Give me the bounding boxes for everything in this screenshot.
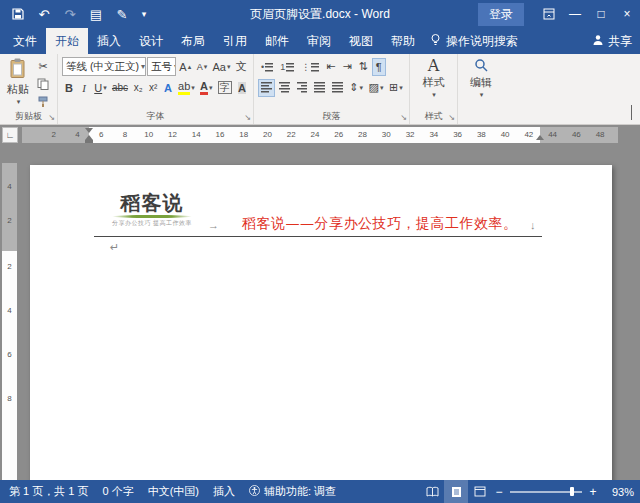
numbering-button[interactable]: 1: [277, 58, 297, 76]
close-button[interactable]: ×: [614, 0, 640, 28]
tab-mailings[interactable]: 邮件: [256, 28, 298, 54]
document-area[interactable]: 422468 稻客说 分享办公技巧 提高工作效率 → 稻客说——分享办公技巧，提…: [0, 145, 640, 480]
draw-icon[interactable]: ✎: [112, 3, 132, 25]
tab-stop-selector[interactable]: ∟: [2, 127, 18, 143]
align-center-button[interactable]: [276, 79, 293, 97]
phonetic-guide-button[interactable]: 文: [233, 58, 249, 76]
maximize-button[interactable]: □: [588, 0, 614, 28]
horizontal-ruler[interactable]: 2468101214161820222426283032343638404244…: [22, 127, 618, 143]
strikethrough-button[interactable]: abc: [110, 79, 130, 97]
tab-design[interactable]: 设计: [130, 28, 172, 54]
accessibility-label: 辅助功能: 调查: [264, 484, 336, 499]
zoom-in-button[interactable]: +: [586, 485, 600, 499]
right-indent-marker[interactable]: [536, 135, 544, 140]
subscript-button[interactable]: x₂: [131, 79, 145, 97]
tab-insert[interactable]: 插入: [88, 28, 130, 54]
header-text[interactable]: 稻客说——分享办公技巧，提高工作效率。: [242, 215, 518, 233]
save-icon[interactable]: [8, 3, 28, 25]
underline-button[interactable]: U▾: [92, 79, 109, 97]
clipboard-dialog-launcher-icon[interactable]: ↘: [48, 114, 55, 122]
tab-file[interactable]: 文件: [4, 28, 46, 54]
superscript-button[interactable]: x²: [146, 79, 160, 97]
tab-review[interactable]: 审阅: [298, 28, 340, 54]
copy-button[interactable]: [34, 76, 52, 92]
font-name-combo[interactable]: 等线 (中文正文) ▾: [62, 57, 146, 76]
tab-home[interactable]: 开始: [46, 28, 88, 54]
show-formatting-marks-button[interactable]: ¶: [372, 58, 386, 76]
character-shading-button[interactable]: A: [235, 79, 249, 97]
paste-clipboard-icon: [10, 58, 26, 81]
collapse-ribbon-icon[interactable]: [631, 106, 632, 120]
zoom-out-button[interactable]: −: [492, 485, 506, 499]
tell-me-label: 操作说明搜索: [446, 33, 518, 50]
grow-font-button[interactable]: A▴: [177, 58, 193, 76]
borders-button[interactable]: ⊞▾: [387, 79, 405, 97]
font-dialog-launcher-icon[interactable]: ↘: [244, 114, 251, 122]
insert-mode-indicator[interactable]: 插入: [206, 484, 242, 499]
undo-icon[interactable]: ↶: [34, 3, 54, 25]
customize-quick-access-icon[interactable]: ▾: [138, 3, 150, 25]
vertical-ruler[interactable]: 422468: [2, 163, 17, 480]
read-mode-button[interactable]: [420, 480, 444, 503]
change-case-button[interactable]: Aa▾: [211, 58, 233, 76]
tab-references[interactable]: 引用: [214, 28, 256, 54]
minimize-button[interactable]: —: [562, 0, 588, 28]
page-indicator[interactable]: 第 1 页，共 1 页: [2, 484, 95, 499]
styles-dialog-launcher-icon[interactable]: ↘: [448, 114, 455, 122]
left-indent-marker[interactable]: [85, 140, 93, 143]
font-group: 等线 (中文正文) ▾ 五号 ▾ A▴ A▾ Aa▾ 文 B I U▾ abc …: [58, 54, 254, 124]
highlight-color-button[interactable]: ab▾: [176, 79, 197, 97]
tab-layout[interactable]: 布局: [172, 28, 214, 54]
multilevel-list-button[interactable]: ⋮: [298, 58, 322, 76]
justify-button[interactable]: [311, 79, 328, 97]
font-color-button[interactable]: A▾: [198, 79, 215, 97]
distributed-button[interactable]: [329, 79, 346, 97]
tab-help[interactable]: 帮助: [382, 28, 424, 54]
format-painter-button[interactable]: [34, 94, 52, 110]
paragraph-dialog-launcher-icon[interactable]: ↘: [400, 114, 407, 122]
text-effects-button[interactable]: A: [161, 79, 175, 97]
sign-in-button[interactable]: 登录: [478, 3, 524, 26]
line-break-mark: ↓: [530, 219, 536, 231]
styles-button[interactable]: A 样式 ▾: [420, 57, 448, 110]
touch-mode-icon[interactable]: ▤: [86, 3, 106, 25]
increase-indent-button[interactable]: ⇥: [339, 58, 354, 76]
redo-icon[interactable]: ↷: [60, 3, 80, 25]
paste-dropdown-icon[interactable]: ▾: [17, 98, 21, 106]
font-name-dropdown-icon: ▾: [141, 62, 145, 71]
sort-button[interactable]: ⇅: [356, 58, 371, 76]
bullets-button[interactable]: •: [258, 58, 276, 76]
bold-button[interactable]: B: [62, 79, 76, 97]
ribbon-tabs: 文件 开始 插入 设计 布局 引用 邮件 审阅 视图 帮助: [0, 28, 424, 54]
zoom-level[interactable]: 93%: [600, 486, 634, 498]
paste-button[interactable]: 粘贴 ▾: [4, 57, 32, 110]
print-layout-button[interactable]: [444, 480, 468, 503]
zoom-slider[interactable]: [510, 491, 582, 493]
zoom-slider-thumb[interactable]: [570, 487, 574, 496]
logo-subtitle: 分享办公技巧 提高工作效率: [102, 219, 202, 228]
accessibility-status[interactable]: 辅助功能: 调查: [242, 484, 343, 499]
character-border-button[interactable]: 字: [216, 79, 234, 97]
search-icon: [474, 58, 488, 74]
word-count[interactable]: 0 个字: [95, 484, 140, 499]
status-bar: 第 1 页，共 1 页 0 个字 中文(中国) 插入 辅助功能: 调查 − + …: [0, 480, 640, 503]
italic-button[interactable]: I: [77, 79, 91, 97]
ribbon-display-options-icon[interactable]: [536, 0, 562, 28]
editing-button[interactable]: 编辑 ▾: [467, 57, 495, 110]
first-line-indent-marker[interactable]: [85, 128, 93, 133]
tell-me-search[interactable]: 操作说明搜索: [430, 28, 518, 54]
decrease-indent-button[interactable]: ⇤: [323, 58, 338, 76]
line-spacing-button[interactable]: ⇕▾: [347, 79, 365, 97]
shading-button[interactable]: ▨▾: [366, 79, 385, 97]
document-page[interactable]: 稻客说 分享办公技巧 提高工作效率 → 稻客说——分享办公技巧，提高工作效率。 …: [30, 165, 612, 480]
align-left-button[interactable]: [258, 79, 275, 97]
status-bar-right: − + 93%: [420, 480, 640, 503]
font-size-combo[interactable]: 五号 ▾: [147, 57, 176, 76]
cut-button[interactable]: ✂: [34, 58, 52, 74]
align-right-button[interactable]: [294, 79, 311, 97]
tab-view[interactable]: 视图: [340, 28, 382, 54]
share-button[interactable]: 共享: [592, 28, 632, 54]
web-layout-button[interactable]: [468, 480, 492, 503]
shrink-font-button[interactable]: A▾: [194, 58, 209, 76]
language-indicator[interactable]: 中文(中国): [141, 484, 206, 499]
